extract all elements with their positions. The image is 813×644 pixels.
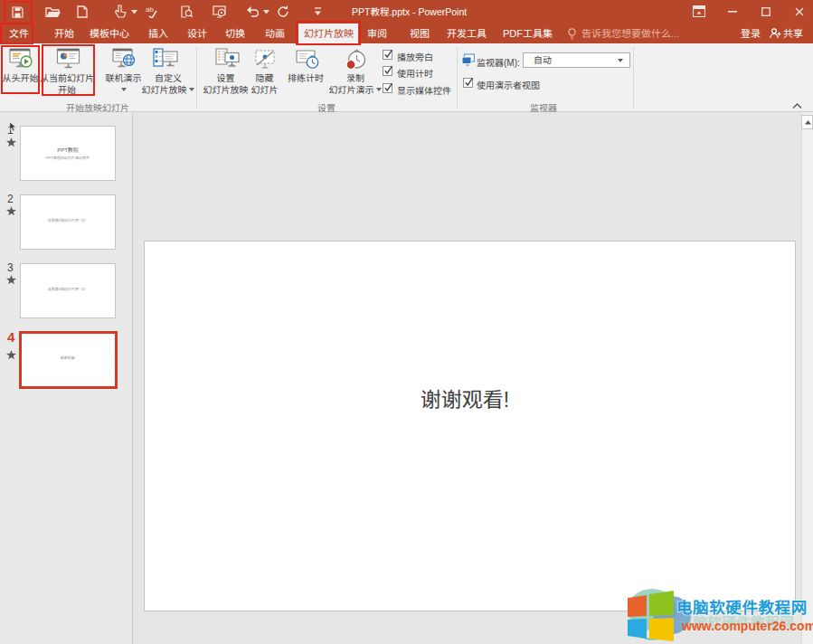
svg-text:ab: ab: [146, 5, 154, 14]
svg-text:www.computer26.com: www.computer26.com: [681, 619, 813, 633]
svg-text:电脑软硬件教程网: 电脑软硬件教程网: [676, 595, 808, 618]
